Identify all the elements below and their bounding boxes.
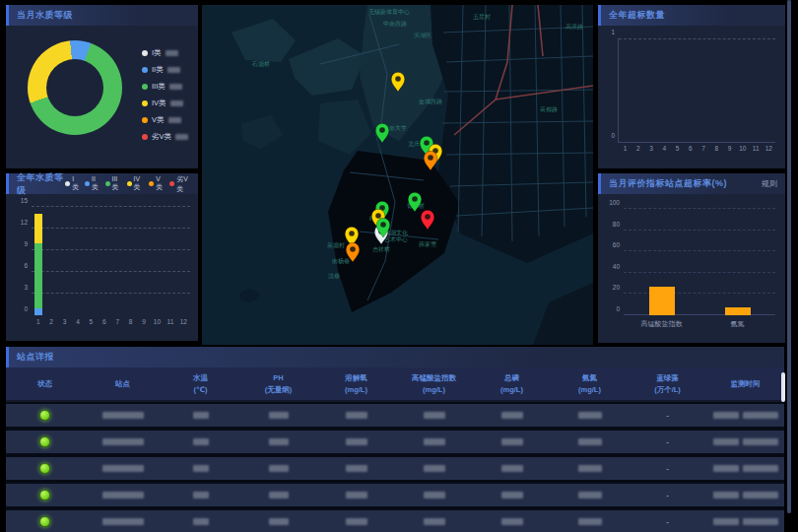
bar-segment[interactable]: [34, 308, 42, 315]
table-cell: [317, 492, 395, 499]
table-row[interactable]: -: [6, 457, 784, 480]
redacted-value: [102, 465, 144, 472]
table-row[interactable]: -: [6, 404, 784, 427]
y-tick-label: 0: [24, 305, 28, 312]
donut-chart[interactable]: [28, 40, 122, 135]
redacted-value: [193, 412, 209, 419]
table-cell: [317, 438, 395, 445]
map[interactable]: 石塘桥无锡新体育中心中南西路滨湖区五星村高浪路吴都路金城西路江南大学北庄桥青祁桥…: [202, 5, 593, 345]
redacted-value: [578, 492, 602, 499]
table-cell: [473, 412, 551, 419]
redacted-value: [501, 412, 523, 419]
legend-label: III类: [112, 175, 121, 192]
donut-hole: [46, 59, 103, 116]
gridline: [619, 38, 775, 39]
table-cell: [84, 438, 162, 445]
column-header: 氨氮(mg/L): [551, 372, 629, 395]
table-cell: [84, 518, 162, 525]
rate-bar[interactable]: [649, 287, 675, 315]
column-header: 状态: [6, 378, 84, 389]
legend-label: I类: [152, 48, 162, 58]
panel-title: 当月评价指标站点超标率(%): [609, 177, 727, 190]
map-label: 石塘桥: [251, 60, 270, 68]
table-cell: [162, 492, 239, 499]
map-pin[interactable]: [345, 240, 361, 262]
table-cell: [706, 412, 784, 419]
x-tick-label: 1: [624, 145, 628, 152]
bar-segment[interactable]: [34, 243, 42, 308]
column-header: 高锰酸盐指数(mg/L): [395, 372, 473, 395]
stacked-bar-chart[interactable]: 03691215123456789101112: [32, 207, 190, 315]
map-pin[interactable]: [390, 70, 406, 92]
table-cell: [473, 492, 551, 499]
legend-label: V类: [156, 175, 164, 192]
table-header: 状态站点水温(℃)PH(无量纲)溶解氧(mg/L)高锰酸盐指数(mg/L)总磷(…: [6, 367, 784, 400]
stack-legend: I类II类III类IV类V类劣V类: [65, 174, 190, 194]
algae-value: -: [666, 517, 669, 526]
x-tick-label: 10: [154, 318, 161, 325]
gridline: [32, 249, 190, 250]
algae-value: -: [666, 411, 669, 420]
map-pin[interactable]: [423, 149, 438, 170]
column-label: 监测时间: [706, 378, 784, 389]
map-pin[interactable]: [420, 208, 435, 230]
legend-dot: [149, 181, 154, 186]
y-tick-label: 40: [613, 262, 620, 269]
rate-bar[interactable]: [725, 307, 751, 315]
x-axis-line: [624, 314, 775, 315]
table-cell: [317, 465, 395, 472]
x-tick-label: 6: [102, 318, 106, 325]
redacted-value: [501, 465, 523, 472]
map-pin[interactable]: [375, 216, 391, 237]
column-header: 站点: [84, 378, 162, 389]
redacted-date: [713, 465, 739, 472]
panel-year-exceed: 全年超标数量 01123456789101112: [598, 5, 785, 168]
IV类-dot: [142, 100, 148, 106]
x-tick-label: 7: [701, 145, 705, 152]
table-cell: [551, 465, 629, 472]
redacted-value: [269, 492, 289, 499]
redacted-value: [346, 412, 367, 419]
redacted-value: [578, 518, 602, 525]
legend-label: I类: [72, 175, 79, 192]
table-cell: [162, 465, 239, 472]
rate-bar-chart[interactable]: 020406080100高锰酸盐指数氨氮: [624, 209, 775, 315]
column-unit: (无量纲): [239, 384, 317, 395]
column-label: 蓝绿藻: [629, 372, 706, 383]
redacted-value: [424, 492, 445, 499]
page-scrollbar[interactable]: [787, 0, 791, 513]
gridline: [624, 293, 775, 294]
rules-button[interactable]: 规则: [762, 178, 777, 189]
map-pin[interactable]: [374, 121, 390, 143]
redacted-date: [713, 438, 739, 445]
line-chart[interactable]: 01123456789101112: [618, 38, 775, 143]
table-cell: [551, 518, 629, 525]
redacted-value: [269, 518, 289, 525]
panel-rate-titlebar: 当月评价指标站点超标率(%) 规则: [598, 173, 785, 194]
legend-item: V类: [149, 175, 164, 192]
table-row[interactable]: -: [6, 510, 784, 532]
bar-segment[interactable]: [34, 214, 42, 242]
panel-title: 当月水质等级: [17, 9, 73, 22]
table-cell: [395, 465, 473, 472]
table-row[interactable]: -: [6, 431, 784, 453]
redacted-value: [501, 518, 523, 525]
panel-year-quality: 全年水质等级 I类II类III类IV类V类劣V类 036912151234567…: [6, 173, 198, 341]
table-row[interactable]: -: [6, 484, 784, 506]
x-tick-label: 2: [49, 318, 53, 325]
map-label: 中南西路: [383, 21, 407, 28]
column-header: 监测时间: [706, 378, 784, 389]
table-cell: [706, 465, 784, 472]
legend-item: III类: [142, 82, 188, 92]
redacted-value: [424, 465, 445, 472]
legend-item: IV类: [127, 175, 144, 192]
algae-value: -: [666, 437, 669, 446]
table-cell: [706, 438, 784, 445]
redacted-value: [346, 518, 367, 525]
table-cell: [84, 465, 162, 472]
x-tick-label: 8: [715, 145, 719, 152]
table-scrollbar[interactable]: [781, 372, 785, 402]
column-unit: (mg/L): [551, 384, 629, 395]
redacted-value: [193, 438, 209, 445]
legend-item: III类: [105, 175, 121, 192]
